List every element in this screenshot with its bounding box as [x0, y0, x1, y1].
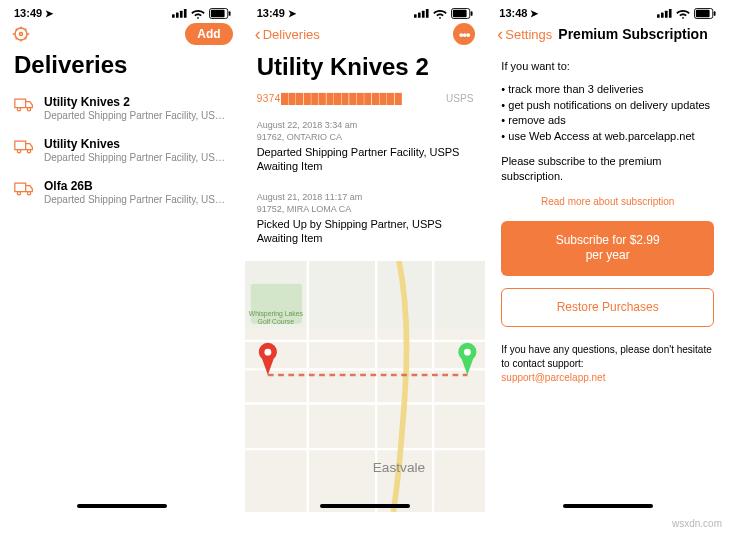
svg-rect-15 [414, 14, 417, 18]
svg-point-26 [264, 349, 271, 356]
settings-icon[interactable] [12, 25, 30, 43]
screen-delivery-detail: 13:49➤ ‹Deliveries ••• Utility Knives 2 … [245, 2, 486, 512]
svg-rect-2 [180, 11, 183, 18]
home-indicator[interactable] [77, 504, 167, 508]
svg-rect-28 [657, 14, 660, 18]
svg-rect-34 [714, 11, 716, 16]
truck-icon [14, 181, 34, 197]
item-title: Olfa 26B [44, 179, 231, 193]
svg-point-14 [27, 192, 30, 195]
svg-rect-6 [228, 11, 230, 16]
svg-rect-21 [471, 11, 473, 16]
item-subtitle: Departed Shipping Partner Facility, USPS… [44, 152, 231, 163]
support-text: If you have any questions, please don't … [501, 343, 714, 385]
list-item[interactable]: Olfa 26BDeparted Shipping Partner Facili… [14, 171, 231, 213]
svg-rect-18 [426, 9, 429, 18]
event-date: August 21, 2018 11:17 am [257, 192, 474, 202]
tracking-event: August 22, 2018 3:34 am 91762, ONTARIO C… [245, 114, 486, 180]
status-bar: 13:48➤ [487, 2, 728, 21]
premium-cta-text: Please subscribe to the premium subscrip… [501, 154, 714, 185]
svg-rect-16 [418, 13, 421, 18]
carrier-label: USPS [446, 93, 473, 104]
battery-icon [694, 8, 716, 19]
subscribe-button[interactable]: Subscribe for $2.99 per year [501, 221, 714, 276]
status-time: 13:49 [14, 7, 42, 19]
feature-item: track more than 3 deliveries [501, 82, 714, 97]
event-date: August 22, 2018 3:34 am [257, 120, 474, 130]
item-title: Utility Knives 2 [44, 95, 231, 109]
restore-button[interactable]: Restore Purchases [501, 288, 714, 327]
svg-point-11 [17, 150, 20, 153]
svg-rect-31 [669, 9, 672, 18]
back-button[interactable]: ‹Deliveries [255, 25, 320, 43]
premium-feature-list: track more than 3 deliveries get push no… [501, 82, 714, 144]
svg-point-8 [20, 33, 23, 36]
add-button[interactable]: Add [185, 23, 232, 45]
more-button[interactable]: ••• [453, 23, 475, 45]
truck-icon [14, 97, 34, 113]
svg-rect-1 [176, 13, 179, 18]
tracking-event: August 21, 2018 11:17 am 91752, MIRA LOM… [245, 186, 486, 252]
home-indicator[interactable] [320, 504, 410, 508]
subscribe-line1: Subscribe for $2.99 [509, 233, 706, 249]
subscribe-line2: per year [509, 248, 706, 264]
nav-title: Premium Subscription [552, 26, 718, 42]
tracking-map[interactable]: Whispering LakesGolf Course Eastvale [245, 261, 486, 512]
list-item[interactable]: Utility KnivesDeparted Shipping Partner … [14, 129, 231, 171]
status-bar: 13:49➤ [2, 2, 243, 21]
svg-point-12 [27, 150, 30, 153]
feature-item: use Web Access at web.parcelapp.net [501, 129, 714, 144]
support-email-link[interactable]: support@parcelapp.net [501, 372, 605, 383]
wifi-icon [433, 8, 447, 19]
event-location: 91762, ONTARIO CA [257, 132, 474, 142]
feature-item: get push notifications on delivery updat… [501, 98, 714, 113]
navbar: ‹Settings Premium Subscription [487, 21, 728, 51]
home-indicator[interactable] [563, 504, 653, 508]
svg-point-27 [464, 349, 471, 356]
tracking-number[interactable]: 9374████████████████ [257, 93, 403, 104]
svg-point-9 [17, 108, 20, 111]
item-title: Utility Knives [44, 137, 231, 151]
location-icon: ➤ [530, 8, 538, 19]
item-subtitle: Departed Shipping Partner Facility, USPS… [44, 110, 231, 121]
screen-deliveries-list: 13:49➤ Add Deliveries Utility Knives 2De… [2, 2, 243, 512]
read-more-link[interactable]: Read more about subscription [501, 195, 714, 209]
back-button[interactable]: ‹Settings [497, 25, 552, 43]
location-icon: ➤ [45, 8, 53, 19]
wifi-icon [676, 8, 690, 19]
status-bar: 13:49➤ [245, 2, 486, 21]
svg-rect-29 [661, 13, 664, 18]
chevron-left-icon: ‹ [255, 25, 261, 43]
back-label: Deliveries [263, 27, 320, 42]
navbar: Add [2, 21, 243, 51]
delivery-list: Utility Knives 2Departed Shipping Partne… [2, 87, 243, 213]
battery-icon [209, 8, 231, 19]
back-label: Settings [505, 27, 552, 42]
svg-rect-20 [453, 9, 467, 16]
location-icon: ➤ [288, 8, 296, 19]
svg-rect-3 [184, 9, 187, 18]
signal-icon [414, 8, 429, 18]
svg-rect-33 [696, 9, 710, 16]
navbar: ‹Deliveries ••• [245, 21, 486, 51]
battery-icon [451, 8, 473, 19]
page-title: Utility Knives 2 [245, 51, 486, 89]
map-town-label: Eastvale [372, 460, 424, 475]
wifi-icon [191, 8, 205, 19]
list-item[interactable]: Utility Knives 2Departed Shipping Partne… [14, 87, 231, 129]
page-title: Deliveries [2, 51, 243, 87]
svg-rect-30 [665, 11, 668, 18]
screen-premium: 13:48➤ ‹Settings Premium Subscription If… [487, 2, 728, 512]
watermark: wsxdn.com [672, 518, 722, 529]
signal-icon [657, 8, 672, 18]
svg-point-13 [17, 192, 20, 195]
svg-rect-0 [172, 14, 175, 18]
svg-rect-17 [422, 11, 425, 18]
svg-rect-5 [211, 9, 225, 16]
chevron-left-icon: ‹ [497, 25, 503, 43]
event-location: 91752, MIRA LOMA CA [257, 204, 474, 214]
item-subtitle: Departed Shipping Partner Facility, USPS… [44, 194, 231, 205]
premium-intro: If you want to: [501, 59, 714, 74]
status-time: 13:49 [257, 7, 285, 19]
status-time: 13:48 [499, 7, 527, 19]
